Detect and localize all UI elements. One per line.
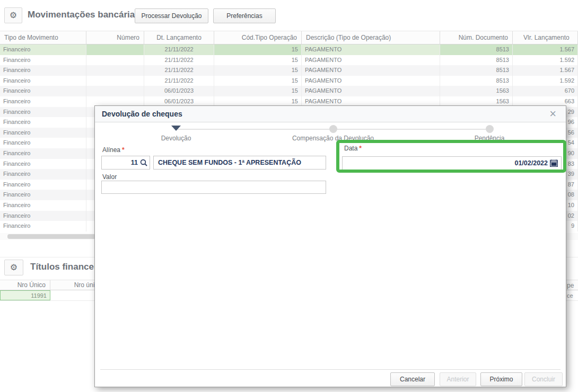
anterior-button[interactable]: Anterior [440,372,476,386]
column-header-cod[interactable]: Cód.Tipo Operação [214,31,302,44]
cancelar-button[interactable]: Cancelar [390,372,435,386]
cell-tipo[interactable]: Financeiro [0,44,86,55]
cell-data[interactable]: 21/11/2022 [144,76,214,86]
cell-tipo[interactable]: Financeiro [0,159,86,170]
preferencias-button[interactable]: Preferências [213,8,276,23]
column-header-valor[interactable]: Vlr. Lançamento [513,31,578,44]
clipped-header-fragment: pe [567,282,574,289]
data-date-input[interactable]: 01/02/2022 [342,156,562,170]
cell-descricao[interactable]: PAGAMENTO [302,55,440,66]
valor-input[interactable] [101,181,326,194]
cell-documento[interactable]: 1563 [440,86,513,96]
processar-devolucao-button[interactable]: Processar Devolução [135,8,208,23]
wizard-step3-circle [486,125,494,133]
cell-valor[interactable]: 1.567 [513,44,578,55]
cell-numero[interactable] [86,55,144,66]
cell-tipo[interactable]: Financeiro [0,211,86,221]
column-header-data[interactable]: Dt. Lançamento [144,31,214,44]
cell-cod[interactable]: 15 [214,86,302,96]
column-header-documento[interactable]: Núm. Documento [440,31,513,44]
table-row[interactable]: Financeiro21/11/202215PAGAMENTO85131.592 [0,55,578,66]
proximo-button[interactable]: Próximo [480,372,522,386]
cell-valor[interactable]: 1.592 [513,76,578,86]
cell-descricao[interactable]: PAGAMENTO [302,76,440,86]
cell-tipo[interactable]: Financeiro [0,200,86,211]
cell-tipo[interactable]: Financeiro [0,96,86,107]
wizard-step3-label: Pendência [475,135,505,142]
cell-descricao[interactable]: PAGAMENTO [302,44,440,55]
cell-valor[interactable]: 670 [513,86,578,96]
clipped-cell-fragment: ce [567,292,573,299]
gear-icon: ⚙ [10,263,17,272]
cell-nro-unico[interactable]: 11991 [0,290,50,300]
cell-numero[interactable] [86,76,144,86]
cell-valor[interactable]: 1.592 [513,55,578,66]
cell-tipo[interactable]: Financeiro [0,117,86,128]
dialog-header: Devolução de cheques × [95,106,566,122]
cell-tipo[interactable]: Financeiro [0,76,86,86]
column-header-descricao[interactable]: Descrição (Tipo de Operação) [302,31,440,44]
table-row[interactable]: Financeiro21/11/202215PAGAMENTO85131.567 [0,65,578,76]
table-row[interactable]: Financeiro21/11/202215PAGAMENTO85131.567 [0,44,578,55]
movements-grid-header: Tipo de MovimentoNúmeroDt. LançamentoCód… [0,31,578,44]
cell-tipo[interactable]: Financeiro [0,180,86,190]
cell-data[interactable]: 21/11/2022 [144,44,214,55]
cell-data[interactable]: 06/01/2023 [144,86,214,96]
cell-cod[interactable]: 15 [214,76,302,86]
dialog-title: Devolução de cheques [102,110,182,118]
cell-data[interactable]: 21/11/2022 [144,55,214,66]
data-label: Data* [344,145,362,152]
alinea-description-input[interactable]: CHEQUE SEM FUNDOS - 1ª APRESENTAÇÃO [153,156,326,170]
cell-data[interactable]: 21/11/2022 [144,65,214,76]
table-row[interactable]: Financeiro06/01/202315PAGAMENTO1563670 [0,86,578,96]
required-asterisk: * [359,145,362,152]
devolucao-de-cheques-dialog: Devolução de cheques × Devolução Compens… [94,105,566,387]
column-header-numero[interactable]: Número [86,31,144,44]
concluir-button[interactable]: Concluir [524,372,563,386]
cell-cod[interactable]: 15 [214,55,302,66]
cell-descricao[interactable]: PAGAMENTO [302,86,440,96]
cell-cod[interactable]: 15 [214,44,302,55]
cell-cod[interactable]: 15 [214,65,302,76]
cell-tipo[interactable]: Financeiro [0,169,86,180]
alinea-label: Alínea* [102,146,125,154]
column-header-tipo[interactable]: Tipo de Movimento [0,31,86,44]
cell-documento[interactable]: 8513 [440,65,513,76]
cell-descricao[interactable]: PAGAMENTO [302,65,440,76]
cell-documento[interactable]: 8513 [440,76,513,86]
close-icon[interactable]: × [549,107,556,121]
column-header-nro-unico[interactable]: Nro Único [0,280,50,290]
settings-gear-button[interactable]: ⚙ [4,7,22,23]
wizard-active-step-marker [171,126,181,131]
wizard-step1-label: Devolução [161,135,191,142]
valor-label: Valor [102,173,117,181]
cell-tipo[interactable]: Financeiro [0,55,86,66]
cell-tipo[interactable]: Financeiro [0,65,86,76]
app-screen: ⚙ Movimentações bancárias Processar Devo… [0,0,578,392]
cell-valor[interactable]: 1.567 [513,65,578,76]
cell-documento[interactable]: 8513 [440,44,513,55]
cell-numero[interactable] [86,44,144,55]
cell-tipo[interactable]: Financeiro [0,107,86,118]
cell-tipo[interactable]: Financeiro [0,86,86,96]
required-asterisk: * [122,146,125,154]
magnifier-icon[interactable] [140,159,147,166]
cell-tipo[interactable]: Financeiro [0,190,86,200]
wizard-step2-circle [329,125,337,133]
page-title: Movimentações bancárias [28,10,140,20]
cell-tipo[interactable]: Financeiro [0,138,86,148]
wizard-step2-label: Compensação da Devolução [292,135,374,142]
cell-tipo[interactable]: Financeiro [0,148,86,159]
cell-tipo[interactable]: Financeiro [0,128,86,138]
cell-numero[interactable] [86,86,144,96]
cell-documento[interactable]: 8513 [440,55,513,66]
calendar-icon[interactable] [550,159,558,167]
bottom-settings-gear-button[interactable]: ⚙ [4,260,23,275]
cell-numero[interactable] [86,65,144,76]
alinea-code-input[interactable]: 11 [101,156,150,170]
gear-icon: ⚙ [10,11,17,20]
footer-divider [100,369,561,370]
cell-tipo[interactable]: Financeiro [0,221,86,231]
table-row[interactable]: Financeiro21/11/202215PAGAMENTO85131.592 [0,76,578,86]
